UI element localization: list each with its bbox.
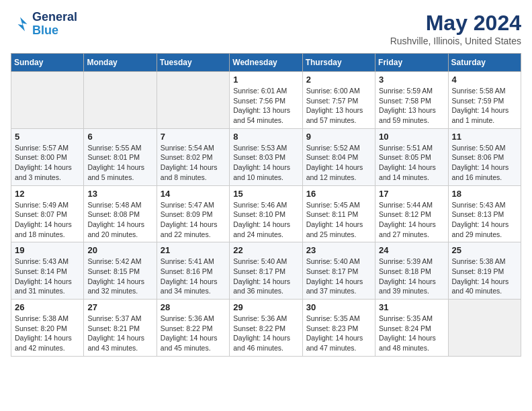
- day-number: 8: [233, 132, 298, 142]
- day-info: Sunrise: 5:36 AMSunset: 8:22 PMDaylight:…: [233, 314, 298, 353]
- day-info: Sunrise: 5:55 AMSunset: 8:01 PMDaylight:…: [87, 143, 152, 183]
- day-number: 7: [161, 132, 226, 142]
- location-title: Rushville, Illinois, United States: [390, 36, 521, 46]
- logo-blue: Blue: [32, 24, 77, 38]
- day-info: Sunrise: 5:36 AMSunset: 8:22 PMDaylight:…: [161, 314, 226, 353]
- calendar-cell: 15Sunrise: 5:46 AMSunset: 8:10 PMDayligh…: [230, 185, 302, 242]
- day-number: 23: [306, 245, 371, 255]
- day-number: 17: [379, 189, 444, 199]
- day-info: Sunrise: 5:50 AMSunset: 8:06 PMDaylight:…: [452, 143, 517, 183]
- calendar-cell: 3Sunrise: 5:59 AMSunset: 7:58 PMDaylight…: [375, 72, 448, 129]
- column-header-sunday: Sunday: [11, 54, 84, 72]
- day-info: Sunrise: 5:48 AMSunset: 8:08 PMDaylight:…: [87, 200, 152, 240]
- calendar-cell: 4Sunrise: 5:58 AMSunset: 7:59 PMDaylight…: [448, 72, 521, 129]
- calendar-cell: 10Sunrise: 5:51 AMSunset: 8:05 PMDayligh…: [375, 128, 448, 185]
- day-number: 29: [233, 302, 298, 312]
- calendar-cell: 31Sunrise: 5:35 AMSunset: 8:24 PMDayligh…: [375, 300, 448, 357]
- calendar-cell: 8Sunrise: 5:53 AMSunset: 8:03 PMDaylight…: [230, 128, 302, 185]
- calendar-cell: [11, 72, 84, 129]
- day-info: Sunrise: 5:41 AMSunset: 8:16 PMDaylight:…: [161, 257, 226, 296]
- logo: General Blue: [11, 11, 77, 38]
- calendar-cell: 17Sunrise: 5:44 AMSunset: 8:12 PMDayligh…: [375, 185, 448, 242]
- day-number: 11: [452, 132, 517, 142]
- calendar-week-2: 5Sunrise: 5:57 AMSunset: 8:00 PMDaylight…: [11, 128, 521, 185]
- calendar-table: SundayMondayTuesdayWednesdayThursdayFrid…: [11, 53, 521, 357]
- calendar-week-1: 1Sunrise: 6:01 AMSunset: 7:56 PMDaylight…: [11, 72, 521, 129]
- day-number: 1: [233, 75, 298, 85]
- calendar-cell: 19Sunrise: 5:43 AMSunset: 8:14 PMDayligh…: [11, 242, 84, 300]
- calendar-cell: 27Sunrise: 5:37 AMSunset: 8:21 PMDayligh…: [84, 300, 157, 357]
- day-info: Sunrise: 5:53 AMSunset: 8:03 PMDaylight:…: [233, 143, 298, 183]
- calendar-cell: [157, 72, 229, 129]
- day-number: 30: [306, 302, 371, 312]
- day-number: 4: [452, 75, 517, 85]
- calendar-cell: 5Sunrise: 5:57 AMSunset: 8:00 PMDaylight…: [11, 128, 84, 185]
- day-info: Sunrise: 5:57 AMSunset: 8:00 PMDaylight:…: [15, 143, 80, 183]
- day-info: Sunrise: 5:37 AMSunset: 8:21 PMDaylight:…: [87, 314, 152, 353]
- svg-marker-0: [18, 17, 28, 31]
- day-number: 6: [87, 132, 152, 142]
- day-info: Sunrise: 5:42 AMSunset: 8:15 PMDaylight:…: [87, 257, 152, 296]
- day-number: 22: [233, 245, 298, 255]
- day-info: Sunrise: 5:47 AMSunset: 8:09 PMDaylight:…: [161, 200, 226, 240]
- day-info: Sunrise: 5:38 AMSunset: 8:20 PMDaylight:…: [15, 314, 80, 353]
- day-info: Sunrise: 6:01 AMSunset: 7:56 PMDaylight:…: [233, 86, 298, 126]
- column-header-tuesday: Tuesday: [157, 54, 229, 72]
- day-info: Sunrise: 5:51 AMSunset: 8:05 PMDaylight:…: [379, 143, 444, 183]
- day-info: Sunrise: 5:43 AMSunset: 8:14 PMDaylight:…: [15, 257, 80, 296]
- day-number: 16: [306, 189, 371, 199]
- day-number: 10: [379, 132, 444, 142]
- day-number: 19: [15, 245, 80, 255]
- day-number: 26: [15, 302, 80, 312]
- day-info: Sunrise: 5:40 AMSunset: 8:17 PMDaylight:…: [306, 257, 371, 296]
- calendar-cell: 9Sunrise: 5:52 AMSunset: 8:04 PMDaylight…: [302, 128, 375, 185]
- calendar-cell: [84, 72, 157, 129]
- calendar-cell: 14Sunrise: 5:47 AMSunset: 8:09 PMDayligh…: [157, 185, 229, 242]
- calendar-cell: 7Sunrise: 5:54 AMSunset: 8:02 PMDaylight…: [157, 128, 229, 185]
- calendar-cell: 18Sunrise: 5:43 AMSunset: 8:13 PMDayligh…: [448, 185, 521, 242]
- day-number: 25: [452, 245, 517, 255]
- calendar-cell: 30Sunrise: 5:35 AMSunset: 8:23 PMDayligh…: [302, 300, 375, 357]
- calendar-cell: 6Sunrise: 5:55 AMSunset: 8:01 PMDaylight…: [84, 128, 157, 185]
- day-number: 2: [306, 75, 371, 85]
- day-info: Sunrise: 5:39 AMSunset: 8:18 PMDaylight:…: [379, 257, 444, 296]
- logo-icon: [11, 15, 30, 34]
- calendar-week-3: 12Sunrise: 5:49 AMSunset: 8:07 PMDayligh…: [11, 185, 521, 242]
- day-number: 18: [452, 189, 517, 199]
- day-number: 24: [379, 245, 444, 255]
- day-info: Sunrise: 5:38 AMSunset: 8:19 PMDaylight:…: [452, 257, 517, 296]
- calendar-header-row: SundayMondayTuesdayWednesdayThursdayFrid…: [11, 54, 521, 72]
- day-info: Sunrise: 5:49 AMSunset: 8:07 PMDaylight:…: [15, 200, 80, 240]
- day-number: 9: [306, 132, 371, 142]
- calendar-cell: 16Sunrise: 5:45 AMSunset: 8:11 PMDayligh…: [302, 185, 375, 242]
- column-header-wednesday: Wednesday: [230, 54, 302, 72]
- day-number: 21: [161, 245, 226, 255]
- month-title: May 2024: [390, 11, 521, 36]
- day-info: Sunrise: 5:40 AMSunset: 8:17 PMDaylight:…: [233, 257, 298, 296]
- day-info: Sunrise: 5:43 AMSunset: 8:13 PMDaylight:…: [452, 200, 517, 240]
- day-info: Sunrise: 5:44 AMSunset: 8:12 PMDaylight:…: [379, 200, 444, 240]
- calendar-cell: 22Sunrise: 5:40 AMSunset: 8:17 PMDayligh…: [230, 242, 302, 300]
- calendar-cell: 23Sunrise: 5:40 AMSunset: 8:17 PMDayligh…: [302, 242, 375, 300]
- calendar-cell: 1Sunrise: 6:01 AMSunset: 7:56 PMDaylight…: [230, 72, 302, 129]
- day-number: 31: [379, 302, 444, 312]
- day-info: Sunrise: 5:46 AMSunset: 8:10 PMDaylight:…: [233, 200, 298, 240]
- day-number: 12: [15, 189, 80, 199]
- day-info: Sunrise: 5:54 AMSunset: 8:02 PMDaylight:…: [161, 143, 226, 183]
- page-header: General Blue May 2024 Rushville, Illinoi…: [11, 11, 521, 46]
- calendar-cell: 12Sunrise: 5:49 AMSunset: 8:07 PMDayligh…: [11, 185, 84, 242]
- calendar-cell: 2Sunrise: 6:00 AMSunset: 7:57 PMDaylight…: [302, 72, 375, 129]
- day-number: 28: [161, 302, 226, 312]
- calendar-cell: 20Sunrise: 5:42 AMSunset: 8:15 PMDayligh…: [84, 242, 157, 300]
- day-number: 27: [87, 302, 152, 312]
- calendar-cell: 24Sunrise: 5:39 AMSunset: 8:18 PMDayligh…: [375, 242, 448, 300]
- logo-text: General Blue: [32, 11, 77, 38]
- day-info: Sunrise: 5:58 AMSunset: 7:59 PMDaylight:…: [452, 86, 517, 126]
- calendar-cell: 26Sunrise: 5:38 AMSunset: 8:20 PMDayligh…: [11, 300, 84, 357]
- calendar-cell: 28Sunrise: 5:36 AMSunset: 8:22 PMDayligh…: [157, 300, 229, 357]
- calendar-cell: 21Sunrise: 5:41 AMSunset: 8:16 PMDayligh…: [157, 242, 229, 300]
- column-header-friday: Friday: [375, 54, 448, 72]
- calendar-week-4: 19Sunrise: 5:43 AMSunset: 8:14 PMDayligh…: [11, 242, 521, 300]
- day-number: 3: [379, 75, 444, 85]
- day-info: Sunrise: 5:52 AMSunset: 8:04 PMDaylight:…: [306, 143, 371, 183]
